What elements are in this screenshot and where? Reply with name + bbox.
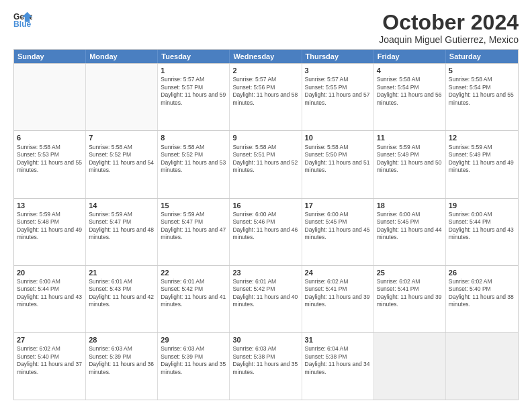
cell-info: Sunrise: 6:04 AM Sunset: 5:38 PM Dayligh… [305, 345, 371, 376]
day-number: 13 [17, 201, 83, 210]
month-title: October 2024 [379, 11, 519, 34]
day-number: 28 [89, 335, 154, 345]
calendar-cell: 13Sunrise: 5:59 AM Sunset: 5:48 PM Dayli… [14, 199, 86, 265]
header-day-thursday: Thursday [302, 50, 374, 63]
cell-info: Sunrise: 5:59 AM Sunset: 5:47 PM Dayligh… [89, 211, 154, 242]
cell-info: Sunrise: 5:57 AM Sunset: 5:55 PM Dayligh… [305, 76, 371, 107]
day-number: 20 [17, 268, 83, 277]
calendar-cell [374, 333, 446, 400]
cell-info: Sunrise: 6:02 AM Sunset: 5:41 PM Dayligh… [305, 278, 371, 309]
day-number: 16 [232, 201, 298, 210]
calendar-cell: 17Sunrise: 6:00 AM Sunset: 5:45 PM Dayli… [302, 199, 374, 265]
calendar-row-1: 6Sunrise: 5:58 AM Sunset: 5:53 PM Daylig… [14, 130, 518, 197]
day-number: 7 [89, 133, 154, 142]
calendar-row-2: 13Sunrise: 5:59 AM Sunset: 5:48 PM Dayli… [14, 198, 518, 265]
day-number: 22 [161, 268, 226, 277]
calendar-cell: 26Sunrise: 6:02 AM Sunset: 5:40 PM Dayli… [446, 266, 518, 332]
calendar-cell: 21Sunrise: 6:01 AM Sunset: 5:43 PM Dayli… [86, 266, 158, 332]
cell-info: Sunrise: 6:03 AM Sunset: 5:38 PM Dayligh… [232, 345, 298, 376]
header-day-sunday: Sunday [14, 50, 86, 63]
calendar-cell: 1Sunrise: 5:57 AM Sunset: 5:57 PM Daylig… [158, 64, 230, 130]
header-day-saturday: Saturday [446, 50, 518, 63]
cell-info: Sunrise: 5:58 AM Sunset: 5:52 PM Dayligh… [161, 144, 226, 175]
title-block: October 2024 Joaquin Miguel Gutierrez, M… [379, 11, 519, 45]
cell-info: Sunrise: 5:57 AM Sunset: 5:56 PM Dayligh… [232, 76, 298, 107]
day-number: 29 [161, 335, 226, 345]
cell-info: Sunrise: 5:59 AM Sunset: 5:48 PM Dayligh… [17, 211, 83, 242]
calendar-cell: 19Sunrise: 6:00 AM Sunset: 5:44 PM Dayli… [446, 199, 518, 265]
day-number: 31 [305, 335, 371, 345]
calendar-cell: 8Sunrise: 5:58 AM Sunset: 5:52 PM Daylig… [158, 131, 230, 197]
calendar-cell: 29Sunrise: 6:03 AM Sunset: 5:39 PM Dayli… [158, 333, 230, 400]
cell-info: Sunrise: 6:02 AM Sunset: 5:40 PM Dayligh… [449, 278, 515, 309]
calendar-cell: 22Sunrise: 6:01 AM Sunset: 5:42 PM Dayli… [158, 266, 230, 332]
calendar-cell: 14Sunrise: 5:59 AM Sunset: 5:47 PM Dayli… [86, 199, 158, 265]
calendar-header: SundayMondayTuesdayWednesdayThursdayFrid… [14, 50, 518, 63]
calendar-cell: 4Sunrise: 5:58 AM Sunset: 5:54 PM Daylig… [374, 64, 446, 130]
calendar-cell: 16Sunrise: 6:00 AM Sunset: 5:46 PM Dayli… [230, 199, 302, 265]
calendar-cell: 6Sunrise: 5:58 AM Sunset: 5:53 PM Daylig… [14, 131, 86, 197]
cell-info: Sunrise: 5:58 AM Sunset: 5:52 PM Dayligh… [89, 144, 154, 175]
calendar-body: 1Sunrise: 5:57 AM Sunset: 5:57 PM Daylig… [14, 63, 518, 400]
cell-info: Sunrise: 6:01 AM Sunset: 5:42 PM Dayligh… [232, 278, 298, 309]
cell-info: Sunrise: 5:58 AM Sunset: 5:54 PM Dayligh… [377, 76, 443, 107]
day-number: 6 [17, 133, 83, 142]
cell-info: Sunrise: 6:03 AM Sunset: 5:39 PM Dayligh… [161, 345, 226, 376]
day-number: 9 [232, 133, 298, 142]
cell-info: Sunrise: 5:58 AM Sunset: 5:54 PM Dayligh… [449, 76, 515, 107]
day-number: 24 [305, 268, 371, 277]
cell-info: Sunrise: 6:01 AM Sunset: 5:43 PM Dayligh… [89, 278, 154, 309]
cell-info: Sunrise: 6:00 AM Sunset: 5:45 PM Dayligh… [305, 211, 371, 242]
cell-info: Sunrise: 6:00 AM Sunset: 5:46 PM Dayligh… [232, 211, 298, 242]
calendar-row-3: 20Sunrise: 6:00 AM Sunset: 5:44 PM Dayli… [14, 265, 518, 332]
calendar-cell: 10Sunrise: 5:58 AM Sunset: 5:50 PM Dayli… [302, 131, 374, 197]
day-number: 3 [305, 66, 371, 75]
cell-info: Sunrise: 6:02 AM Sunset: 5:40 PM Dayligh… [17, 345, 83, 376]
calendar-cell: 23Sunrise: 6:01 AM Sunset: 5:42 PM Dayli… [230, 266, 302, 332]
cell-info: Sunrise: 5:57 AM Sunset: 5:57 PM Dayligh… [161, 76, 226, 107]
day-number: 2 [232, 66, 298, 75]
cell-info: Sunrise: 6:03 AM Sunset: 5:39 PM Dayligh… [89, 345, 154, 376]
calendar-cell [14, 64, 86, 130]
day-number: 19 [449, 201, 515, 210]
day-number: 8 [161, 133, 226, 142]
logo-icon: General Blue [13, 11, 32, 30]
cell-info: Sunrise: 5:58 AM Sunset: 5:53 PM Dayligh… [17, 144, 83, 175]
header-day-wednesday: Wednesday [230, 50, 302, 63]
calendar-cell: 27Sunrise: 6:02 AM Sunset: 5:40 PM Dayli… [14, 333, 86, 400]
header: General Blue October 2024 Joaquin Miguel… [13, 11, 519, 45]
day-number: 4 [377, 66, 443, 75]
day-number: 26 [449, 268, 515, 277]
location-title: Joaquin Miguel Gutierrez, Mexico [379, 34, 519, 45]
calendar-cell: 30Sunrise: 6:03 AM Sunset: 5:38 PM Dayli… [230, 333, 302, 400]
cell-info: Sunrise: 5:58 AM Sunset: 5:51 PM Dayligh… [232, 144, 298, 175]
day-number: 17 [305, 201, 371, 210]
day-number: 14 [89, 201, 154, 210]
day-number: 23 [232, 268, 298, 277]
calendar-cell: 5Sunrise: 5:58 AM Sunset: 5:54 PM Daylig… [446, 64, 518, 130]
day-number: 11 [377, 133, 443, 142]
calendar-cell: 9Sunrise: 5:58 AM Sunset: 5:51 PM Daylig… [230, 131, 302, 197]
calendar-cell: 15Sunrise: 5:59 AM Sunset: 5:47 PM Dayli… [158, 199, 230, 265]
calendar-cell: 25Sunrise: 6:02 AM Sunset: 5:41 PM Dayli… [374, 266, 446, 332]
header-day-monday: Monday [86, 50, 158, 63]
calendar-cell: 2Sunrise: 5:57 AM Sunset: 5:56 PM Daylig… [230, 64, 302, 130]
day-number: 15 [161, 201, 226, 210]
cell-info: Sunrise: 6:00 AM Sunset: 5:45 PM Dayligh… [377, 211, 443, 242]
cell-info: Sunrise: 5:59 AM Sunset: 5:49 PM Dayligh… [377, 144, 443, 175]
day-number: 1 [161, 66, 226, 75]
header-day-tuesday: Tuesday [158, 50, 230, 63]
header-day-friday: Friday [374, 50, 446, 63]
page: General Blue October 2024 Joaquin Miguel… [0, 0, 532, 411]
cell-info: Sunrise: 5:58 AM Sunset: 5:50 PM Dayligh… [305, 144, 371, 175]
day-number: 18 [377, 201, 443, 210]
calendar-cell: 28Sunrise: 6:03 AM Sunset: 5:39 PM Dayli… [86, 333, 158, 400]
calendar-cell: 3Sunrise: 5:57 AM Sunset: 5:55 PM Daylig… [302, 64, 374, 130]
calendar-cell: 12Sunrise: 5:59 AM Sunset: 5:49 PM Dayli… [446, 131, 518, 197]
calendar-cell: 11Sunrise: 5:59 AM Sunset: 5:49 PM Dayli… [374, 131, 446, 197]
calendar-row-4: 27Sunrise: 6:02 AM Sunset: 5:40 PM Dayli… [14, 332, 518, 400]
calendar-cell: 20Sunrise: 6:00 AM Sunset: 5:44 PM Dayli… [14, 266, 86, 332]
calendar-cell [446, 333, 518, 400]
day-number: 30 [232, 335, 298, 345]
calendar-cell: 18Sunrise: 6:00 AM Sunset: 5:45 PM Dayli… [374, 199, 446, 265]
